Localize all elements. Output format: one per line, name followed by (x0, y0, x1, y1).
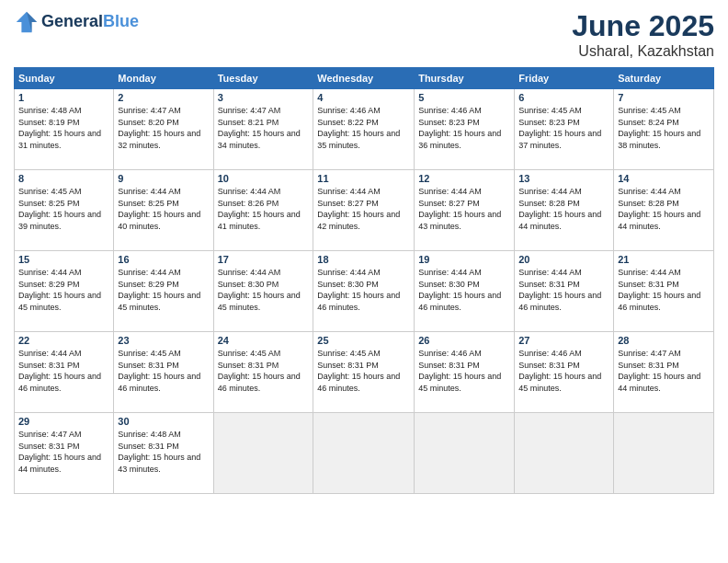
day-number: 15 (18, 254, 109, 265)
calendar-week-row: 8 Sunrise: 4:45 AM Sunset: 8:25 PM Dayli… (15, 170, 714, 251)
cell-text: Sunrise: 4:45 AM Sunset: 8:31 PM Dayligh… (317, 348, 410, 394)
day-number: 10 (218, 173, 310, 184)
calendar-cell: 8 Sunrise: 4:45 AM Sunset: 8:25 PM Dayli… (15, 170, 114, 251)
header: GeneralBlue June 2025 Usharal, Kazakhsta… (14, 9, 714, 60)
day-number: 25 (317, 335, 410, 346)
calendar-cell (614, 413, 714, 494)
logo-icon (14, 9, 40, 35)
cell-text: Sunrise: 4:44 AM Sunset: 8:30 PM Dayligh… (218, 267, 310, 313)
calendar-cell: 4 Sunrise: 4:46 AM Sunset: 8:22 PM Dayli… (313, 89, 415, 170)
calendar-cell: 19 Sunrise: 4:44 AM Sunset: 8:30 PM Dayl… (415, 251, 515, 332)
day-number: 6 (518, 92, 609, 103)
day-number: 28 (618, 335, 710, 346)
cell-text: Sunrise: 4:44 AM Sunset: 8:27 PM Dayligh… (317, 186, 410, 232)
cell-text: Sunrise: 4:44 AM Sunset: 8:31 PM Dayligh… (18, 348, 109, 394)
cell-text: Sunrise: 4:46 AM Sunset: 8:31 PM Dayligh… (418, 348, 510, 394)
calendar-cell: 10 Sunrise: 4:44 AM Sunset: 8:26 PM Dayl… (213, 170, 313, 251)
cell-text: Sunrise: 4:44 AM Sunset: 8:28 PM Dayligh… (518, 186, 609, 232)
calendar-cell: 20 Sunrise: 4:44 AM Sunset: 8:31 PM Dayl… (515, 251, 614, 332)
cell-text: Sunrise: 4:45 AM Sunset: 8:31 PM Dayligh… (218, 348, 310, 394)
calendar-table: Sunday Monday Tuesday Wednesday Thursday… (14, 67, 714, 494)
calendar-cell: 7 Sunrise: 4:45 AM Sunset: 8:24 PM Dayli… (614, 89, 714, 170)
calendar-cell: 5 Sunrise: 4:46 AM Sunset: 8:23 PM Dayli… (415, 89, 515, 170)
day-number: 27 (518, 335, 609, 346)
cell-text: Sunrise: 4:44 AM Sunset: 8:29 PM Dayligh… (118, 267, 209, 313)
day-number: 22 (18, 335, 109, 346)
calendar-cell: 21 Sunrise: 4:44 AM Sunset: 8:31 PM Dayl… (614, 251, 714, 332)
calendar-week-row: 29 Sunrise: 4:47 AM Sunset: 8:31 PM Dayl… (15, 413, 714, 494)
calendar-cell: 1 Sunrise: 4:48 AM Sunset: 8:19 PM Dayli… (15, 89, 114, 170)
cell-text: Sunrise: 4:47 AM Sunset: 8:31 PM Dayligh… (18, 429, 109, 475)
calendar-cell: 14 Sunrise: 4:44 AM Sunset: 8:28 PM Dayl… (614, 170, 714, 251)
calendar-cell: 2 Sunrise: 4:47 AM Sunset: 8:20 PM Dayli… (114, 89, 213, 170)
calendar-cell: 23 Sunrise: 4:45 AM Sunset: 8:31 PM Dayl… (114, 332, 213, 413)
cell-text: Sunrise: 4:44 AM Sunset: 8:27 PM Dayligh… (418, 186, 510, 232)
cell-text: Sunrise: 4:44 AM Sunset: 8:30 PM Dayligh… (317, 267, 410, 313)
cell-text: Sunrise: 4:48 AM Sunset: 8:31 PM Dayligh… (118, 429, 209, 475)
calendar-header-row: Sunday Monday Tuesday Wednesday Thursday… (15, 68, 714, 89)
day-number: 16 (118, 254, 209, 265)
calendar-cell: 29 Sunrise: 4:47 AM Sunset: 8:31 PM Dayl… (15, 413, 114, 494)
day-number: 9 (118, 173, 209, 184)
day-number: 17 (218, 254, 310, 265)
calendar-cell: 6 Sunrise: 4:45 AM Sunset: 8:23 PM Dayli… (515, 89, 614, 170)
calendar-cell: 13 Sunrise: 4:44 AM Sunset: 8:28 PM Dayl… (515, 170, 614, 251)
day-number: 2 (118, 92, 209, 103)
calendar-week-row: 22 Sunrise: 4:44 AM Sunset: 8:31 PM Dayl… (15, 332, 714, 413)
calendar-cell (313, 413, 415, 494)
day-number: 24 (218, 335, 310, 346)
day-number: 29 (18, 416, 109, 427)
logo-text: GeneralBlue (41, 13, 139, 31)
day-number: 7 (618, 92, 710, 103)
calendar-cell: 18 Sunrise: 4:44 AM Sunset: 8:30 PM Dayl… (313, 251, 415, 332)
cell-text: Sunrise: 4:44 AM Sunset: 8:28 PM Dayligh… (618, 186, 710, 232)
cell-text: Sunrise: 4:44 AM Sunset: 8:30 PM Dayligh… (418, 267, 510, 313)
col-sunday: Sunday (15, 68, 114, 89)
cell-text: Sunrise: 4:45 AM Sunset: 8:23 PM Dayligh… (518, 105, 609, 151)
logo: GeneralBlue (14, 9, 139, 35)
calendar-cell: 24 Sunrise: 4:45 AM Sunset: 8:31 PM Dayl… (213, 332, 313, 413)
day-number: 26 (418, 335, 510, 346)
day-number: 14 (618, 173, 710, 184)
calendar-cell: 27 Sunrise: 4:46 AM Sunset: 8:31 PM Dayl… (515, 332, 614, 413)
cell-text: Sunrise: 4:46 AM Sunset: 8:22 PM Dayligh… (317, 105, 410, 151)
calendar-cell: 22 Sunrise: 4:44 AM Sunset: 8:31 PM Dayl… (15, 332, 114, 413)
day-number: 4 (317, 92, 410, 103)
day-number: 23 (118, 335, 209, 346)
day-number: 20 (518, 254, 609, 265)
cell-text: Sunrise: 4:47 AM Sunset: 8:21 PM Dayligh… (218, 105, 310, 151)
day-number: 5 (418, 92, 510, 103)
col-thursday: Thursday (415, 68, 515, 89)
calendar-cell: 15 Sunrise: 4:44 AM Sunset: 8:29 PM Dayl… (15, 251, 114, 332)
col-wednesday: Wednesday (313, 68, 415, 89)
day-number: 30 (118, 416, 209, 427)
cell-text: Sunrise: 4:44 AM Sunset: 8:26 PM Dayligh… (218, 186, 310, 232)
col-saturday: Saturday (614, 68, 714, 89)
day-number: 12 (418, 173, 510, 184)
cell-text: Sunrise: 4:44 AM Sunset: 8:31 PM Dayligh… (618, 267, 710, 313)
calendar-cell: 11 Sunrise: 4:44 AM Sunset: 8:27 PM Dayl… (313, 170, 415, 251)
calendar-cell: 9 Sunrise: 4:44 AM Sunset: 8:25 PM Dayli… (114, 170, 213, 251)
calendar-week-row: 1 Sunrise: 4:48 AM Sunset: 8:19 PM Dayli… (15, 89, 714, 170)
calendar-cell: 16 Sunrise: 4:44 AM Sunset: 8:29 PM Dayl… (114, 251, 213, 332)
cell-text: Sunrise: 4:46 AM Sunset: 8:31 PM Dayligh… (518, 348, 609, 394)
col-tuesday: Tuesday (213, 68, 313, 89)
calendar-week-row: 15 Sunrise: 4:44 AM Sunset: 8:29 PM Dayl… (15, 251, 714, 332)
day-number: 19 (418, 254, 510, 265)
calendar-cell: 17 Sunrise: 4:44 AM Sunset: 8:30 PM Dayl… (213, 251, 313, 332)
cell-text: Sunrise: 4:45 AM Sunset: 8:25 PM Dayligh… (18, 186, 109, 232)
cell-text: Sunrise: 4:45 AM Sunset: 8:24 PM Dayligh… (618, 105, 710, 151)
calendar-cell: 3 Sunrise: 4:47 AM Sunset: 8:21 PM Dayli… (213, 89, 313, 170)
cell-text: Sunrise: 4:44 AM Sunset: 8:29 PM Dayligh… (18, 267, 109, 313)
day-number: 13 (518, 173, 609, 184)
cell-text: Sunrise: 4:47 AM Sunset: 8:31 PM Dayligh… (618, 348, 710, 394)
day-number: 3 (218, 92, 310, 103)
calendar-cell: 25 Sunrise: 4:45 AM Sunset: 8:31 PM Dayl… (313, 332, 415, 413)
day-number: 11 (317, 173, 410, 184)
cell-text: Sunrise: 4:48 AM Sunset: 8:19 PM Dayligh… (18, 105, 109, 151)
day-number: 1 (18, 92, 109, 103)
calendar-cell (515, 413, 614, 494)
calendar-cell: 28 Sunrise: 4:47 AM Sunset: 8:31 PM Dayl… (614, 332, 714, 413)
month-title: June 2025 (572, 9, 714, 43)
col-friday: Friday (515, 68, 614, 89)
